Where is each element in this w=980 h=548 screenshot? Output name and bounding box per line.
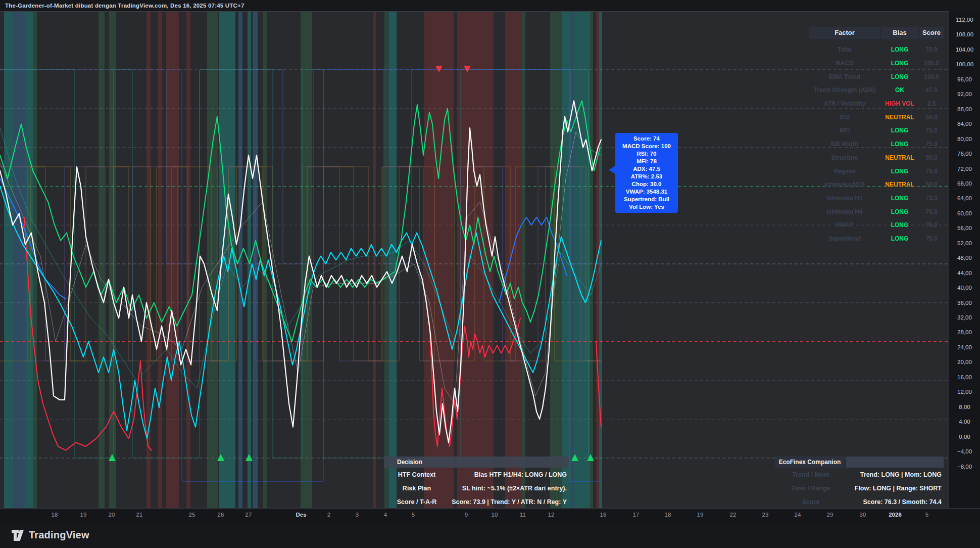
factor-score: 75.0 [919, 168, 944, 175]
factor-row: BB WidthLONG75.0 [809, 138, 944, 151]
factor-score: 100.0 [919, 60, 944, 67]
price-axis-label: 0,00 [949, 434, 980, 440]
ecofinex-value: Trend: LONG | Mom: LONG [847, 471, 944, 478]
time-axis-label: 20 [109, 512, 115, 518]
factor-bias: LONG [881, 208, 918, 215]
tooltip-line: VWAP: 3548.31 [618, 188, 675, 196]
time-axis-label: 22 [730, 512, 737, 518]
time-axis-label: 18 [665, 512, 671, 518]
ecofinex-row: Flow / RangeFlow: LONG | Range: SHORT [775, 481, 944, 495]
ecofinex-value: Flow: LONG | Range: SHORT [847, 485, 944, 492]
time-axis-label: 2 [327, 512, 330, 518]
factor-bias: HIGH VOL [881, 100, 918, 107]
time-axis-label: 25 [189, 512, 195, 518]
time-axis-label: 5 [925, 512, 928, 518]
tooltip-line: Supertrend: Bull [618, 196, 675, 203]
column-header-factor: Factor [809, 27, 880, 39]
time-axis-label: 2026 [889, 512, 902, 518]
factor-name: Ichimoku M15 [809, 181, 880, 188]
factor-row: RegimeLONG75.0 [809, 164, 944, 178]
factor-score: 75.0 [919, 208, 944, 215]
factor-name: Ichimoku H4 [809, 208, 880, 215]
factor-score: 100.0 [919, 73, 944, 80]
factor-name: Supertrend [809, 235, 880, 242]
ecofinex-label: Score [775, 498, 847, 506]
ecofinex-row: ScoreScore: 76.3 / Smooth: 74.4 [775, 495, 944, 508]
factor-score: 50.0 [919, 114, 944, 121]
price-axis-label: 28,00 [949, 329, 980, 335]
ecofinex-panel-header: EcoFinex Companion [775, 456, 944, 468]
ecofinex-value: Score: 76.3 / Smooth: 74.4 [847, 498, 944, 506]
price-axis-label: 76,00 [949, 151, 980, 157]
price-axis-label: 40,00 [949, 285, 980, 291]
price-axis-label: 36,00 [949, 300, 980, 306]
factor-bias: NEUTRAL [881, 181, 918, 188]
factor-row: MACDLONG100.0 [809, 57, 944, 70]
factor-row: MFILONG75.0 [809, 124, 944, 138]
price-axis-label: 24,00 [949, 344, 980, 350]
factor-name: Ichimoku H1 [809, 195, 880, 202]
price-axis-label: 108,00 [949, 31, 980, 37]
factor-score: 70.9 [919, 46, 944, 53]
price-axis-label: −4,00 [949, 448, 980, 454]
factor-score: 75.0 [919, 141, 944, 148]
gray-thin-ema [0, 132, 601, 404]
factor-row: RSINEUTRAL50.0 [809, 110, 944, 124]
data-tooltip: Score: 74MACD Score: 100RSI: 70MFI: 78AD… [615, 133, 678, 213]
time-axis-label: 17 [633, 512, 640, 518]
price-axis-label: −8,00 [949, 464, 980, 470]
factor-score: 73.3 [919, 195, 944, 202]
tooltip-line: Score: 74 [618, 135, 675, 143]
time-axis-label: 19 [697, 512, 704, 518]
price-axis-label: 64,00 [949, 195, 980, 201]
price-axis-label: 104,00 [949, 47, 980, 53]
decision-value: Bias HTF H1/H4: LONG / LONG [450, 471, 569, 478]
tradingview-chart-page: The-Gardener-of-Market dibuat dengan Tra… [0, 0, 980, 548]
ecofinex-row: Trend / MomTrend: LONG | Mom: LONG [775, 468, 944, 481]
factor-score: 2.5 [919, 100, 944, 107]
tooltip-line: ADX: 47.5 [618, 165, 675, 173]
buy-marker-icon [571, 454, 578, 461]
factor-name: Trend Strength (ADX) [809, 86, 880, 94]
price-axis-label: 88,00 [949, 106, 980, 112]
tooltip-line: MACD Score: 100 [618, 143, 675, 150]
price-axis-label: 32,00 [949, 314, 980, 321]
factor-row: Ichimoku H4LONG75.0 [809, 205, 944, 218]
factor-row: VWAPLONG75.0 [809, 218, 944, 232]
decision-row: Risk PlanSL hint: ~5.1% (±2×ATR dari ent… [384, 481, 569, 495]
factor-bias: NEUTRAL [881, 154, 918, 161]
price-axis-label: 60,00 [949, 210, 980, 216]
price-axis-label: 44,00 [949, 270, 980, 276]
factor-bias: LONG [881, 168, 918, 175]
decision-panel-title: Decision [384, 456, 569, 468]
factor-name: EMA Trend [809, 73, 880, 80]
ecofinex-panel: EcoFinex Companion Trend / MomTrend: LON… [775, 456, 944, 508]
factor-bias: LONG [881, 195, 918, 202]
factor-bias: OK [881, 86, 918, 94]
tradingview-logo[interactable]: TradingView [11, 529, 89, 541]
decision-panel: Decision HTF ContextBias HTF H1/H4: LONG… [384, 456, 569, 508]
tooltip-arrow-icon [609, 166, 615, 174]
factor-row: Trend Strength (ADX)OK47.5 [809, 83, 944, 97]
sell-marker-icon [435, 66, 443, 72]
factor-row: Ichimoku M15NEUTRAL50.0 [809, 178, 944, 192]
factor-score: 75.0 [919, 127, 944, 134]
factor-name: Structure [809, 154, 880, 161]
decision-value: Score: 73.9 | Trend: Y / ATR: N / Reg: Y [450, 498, 569, 506]
time-axis-label: 5 [412, 512, 415, 518]
ecofinex-panel-title: EcoFinex Companion [775, 456, 845, 468]
factor-bias: LONG [881, 46, 918, 53]
price-axis-label: 84,00 [949, 121, 980, 127]
factor-name: VWAP [809, 221, 880, 229]
decision-row: HTF ContextBias HTF H1/H4: LONG / LONG [384, 468, 569, 481]
ecofinex-label: Flow / Range [775, 485, 847, 492]
chart-pane[interactable]: Score: 74MACD Score: 100RSI: 70MFI: 78AD… [0, 11, 949, 508]
time-axis-label: 11 [520, 512, 526, 518]
white-score-line [0, 101, 601, 442]
price-axis[interactable]: 112,00108,00104,00100,0096,0092,0088,008… [949, 11, 980, 508]
time-axis-label: 18 [52, 512, 58, 518]
time-axis[interactable]: 18192021252627Des23459101112161718192223… [0, 508, 980, 522]
factor-row: Ichimoku H1LONG73.3 [809, 192, 944, 205]
tooltip-line: Chop: 30.0 [618, 180, 675, 188]
time-axis-label: 12 [548, 512, 555, 518]
